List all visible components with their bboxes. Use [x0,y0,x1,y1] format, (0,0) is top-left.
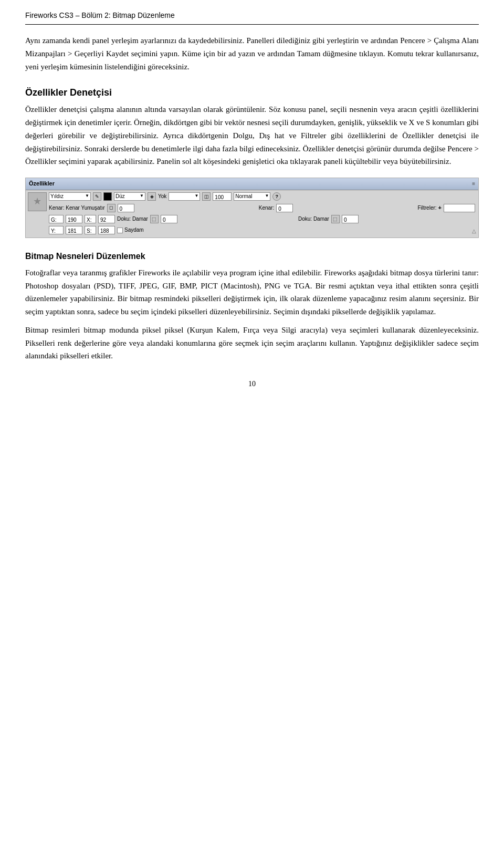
panel-row-1: Yıldız ▼ ✎ Düz ▼ ◈ Yok ▼ [49,192,475,201]
page-container: Fireworks CS3 – Bölüm 2: Bitmap Düzenlem… [0,0,504,411]
x-value-input[interactable]: 92 [98,215,115,223]
star-icon: ★ [33,194,41,209]
properties-panel-screenshot: Özellikler ≡ ★ Yıldız ▼ [25,178,479,238]
doku-icon[interactable]: ⬚ [150,215,159,223]
page-number: 10 [25,378,479,390]
page-header: Fireworks CS3 – Bölüm 2: Bitmap Düzenlem… [25,9,479,25]
doku2-icon[interactable]: ⬚ [331,215,340,223]
opacity-input[interactable]: 100 [213,192,232,201]
g-value-input[interactable]: 190 [66,215,82,223]
blend-dropdown[interactable]: Normal ▼ [234,192,270,201]
paragraph-1: Aynı zamanda kendi panel yerleşim ayarla… [25,34,479,73]
none-dropdown-arrow: ▼ [194,193,198,200]
filters-area: Filtreler: + [417,203,442,213]
panel-titlebar: Özellikler ≡ [26,178,478,190]
panel-menu-icon: ≡ [472,180,475,188]
fill-dropdown[interactable]: Düz ▼ [114,192,145,201]
panel-row-3: G: 190 X: 92 Doku: Damar ⬚ [49,215,475,223]
fill-icon[interactable]: ◈ [148,192,156,201]
s-value-input[interactable]: 188 [98,226,115,234]
paragraph-4: Bitmap resimleri bitmap modunda piksel p… [25,324,479,363]
stroke-label2: Kenar: [259,204,274,212]
doku-label2: Doku: Damar [298,215,329,223]
doku-value-input[interactable]: 0 [161,215,177,223]
panel-titlebar-left: Özellikler [29,179,55,189]
doku-value2-input[interactable]: 0 [342,215,359,223]
panel-row-2: Kenar: Kenar Yumuşatır ◻ 0 Kenar: 0 Filt… [49,203,475,213]
pencil-icon[interactable]: ✎ [93,192,101,201]
filters-box [444,204,475,212]
stroke-value2-input[interactable]: 0 [276,204,293,212]
saydam-checkbox-area: Saydam [117,226,144,234]
stroke-value-input[interactable]: 0 [118,204,134,212]
y-value-input[interactable]: 181 [66,226,82,234]
shape-dropdown[interactable]: Yıldız ▼ [49,192,91,201]
section-heading-1: Özellikler Denetçisi [25,85,479,100]
stroke-label: Kenar: Kenar Yumuşatır [49,204,105,212]
none-label: Yok [158,192,166,201]
panel-body: ★ Yıldız ▼ ✎ Düz ▼ [26,190,478,238]
page-header-title: Fireworks CS3 – Bölüm 2: Bitmap Düzenlem… [25,9,175,21]
panel-expand-arrow[interactable]: △ [472,227,476,235]
y-label-cell: Y: [49,226,64,234]
filters-label: Filtreler: [417,204,436,212]
none-icon[interactable]: ◫ [202,192,211,201]
panel-title: Özellikler [29,179,55,189]
g-label-cell: G: [49,215,64,223]
none-dropdown[interactable]: ▼ [169,192,200,201]
help-icon[interactable]: ? [272,192,281,201]
paragraph-2: Özellikler denetçisi çalışma alanının al… [25,103,479,168]
saydam-checkbox[interactable] [117,228,123,233]
s-label-cell: S: [85,226,96,234]
stroke-icon[interactable]: ◻ [107,204,116,212]
shape-dropdown-arrow: ▼ [85,193,89,200]
fill-dropdown-arrow: ▼ [140,193,144,200]
fill-color-box[interactable] [103,192,112,201]
blend-dropdown-arrow: ▼ [265,193,269,200]
section-heading-2: Bitmap Nesneleri Düzenlemek [25,250,479,263]
panel-row-4: Y: 181 S: 188 Saydam [49,226,475,234]
saydam-label: Saydam [124,226,144,234]
filters-add-button[interactable]: + [438,203,442,213]
x-label-cell: X: [85,215,96,223]
doku-label: Doku: Damar [117,215,148,223]
paragraph-3: Fotoğraflar veya taranmış grafikler Fire… [25,266,479,318]
shape-thumbnail: ★ [28,192,47,211]
